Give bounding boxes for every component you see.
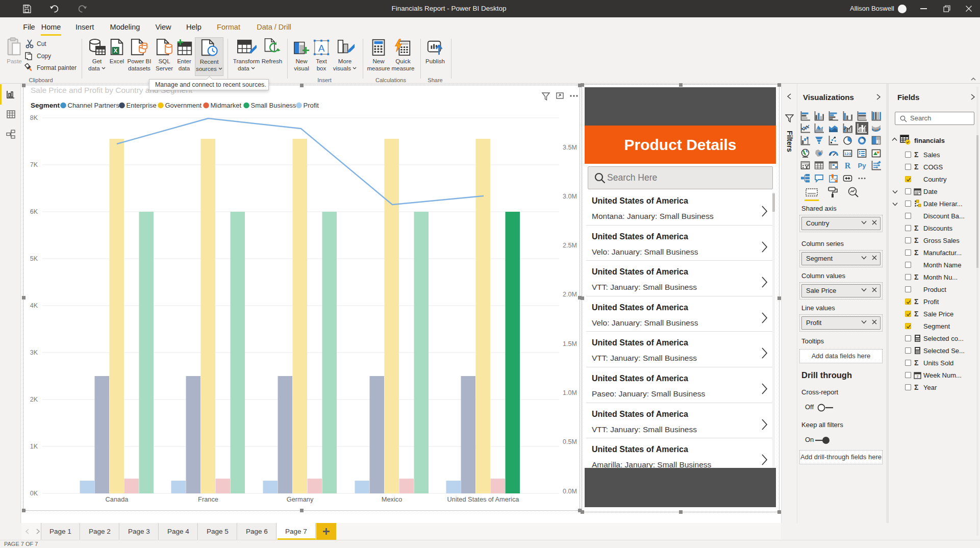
svg-text:Py: Py: [858, 162, 866, 169]
svg-text:X: X: [114, 47, 118, 54]
svg-text:7: 7: [917, 375, 919, 379]
svg-text:123: 123: [844, 151, 851, 156]
svg-text:R: R: [845, 161, 851, 170]
svg-text:A: A: [318, 43, 325, 54]
